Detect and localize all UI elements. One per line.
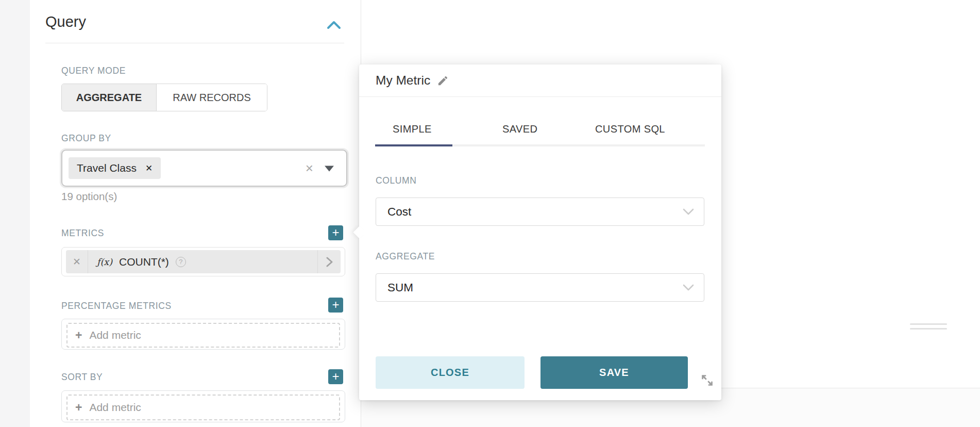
remove-metric-icon[interactable] [66,250,88,273]
left-gutter [0,0,30,427]
collapse-section-button[interactable] [326,19,342,32]
percentage-metrics-label: PERCENTAGE METRICS [61,301,172,311]
pencil-icon [437,75,449,87]
open-metric-editor[interactable] [317,250,341,273]
section-divider [45,43,344,43]
query-mode-toggle: AGGREGATE RAW RECORDS [61,84,267,111]
column-select[interactable]: Cost [376,198,704,226]
metrics-control: ƒ(x) COUNT(*) [61,247,345,276]
edit-title-button[interactable] [437,75,449,87]
plus-icon [75,330,82,341]
percentage-metrics-control: Add metric [61,319,345,350]
query-mode-raw-records-button[interactable]: RAW RECORDS [157,84,267,111]
tab-saved[interactable]: SAVED [502,123,537,135]
column-label: COLUMN [376,175,416,186]
metric-pill-content: ƒ(x) COUNT(*) [88,256,317,268]
tab-custom-sql[interactable]: CUSTOM SQL [595,123,665,135]
query-section-title: Query [45,13,86,30]
function-icon: ƒ(x) [97,257,112,267]
popover-arrow [353,226,365,238]
group-by-select[interactable]: Travel Class [61,150,347,187]
caret-down-icon[interactable] [325,166,334,171]
drag-handle-line [910,328,947,330]
tab-simple[interactable]: SIMPLE [393,123,432,135]
pane-drag-handle[interactable] [910,323,947,330]
metric-editor-popover: My Metric SIMPLE SAVED CUSTOM SQL COLUMN… [359,64,721,400]
chevron-down-icon [682,281,695,294]
add-percentage-metric-ghost[interactable]: Add metric [66,323,340,348]
aggregate-select[interactable]: SUM [376,273,704,302]
sort-by-label: SORT BY [61,372,103,383]
add-metric-placeholder: Add metric [89,401,141,414]
aggregate-label: AGGREGATE [376,251,435,262]
chevron-up-icon [326,19,342,32]
query-mode-label: QUERY MODE [61,65,126,76]
group-by-chip[interactable]: Travel Class [69,157,161,179]
metric-pill[interactable]: ƒ(x) COUNT(*) [66,250,341,273]
help-icon[interactable] [176,257,186,267]
save-button[interactable]: SAVE [540,356,688,389]
active-tab-indicator [375,144,452,146]
explore-view: Query QUERY MODE AGGREGATE RAW RECORDS G… [0,0,980,427]
add-metric-placeholder: Add metric [89,329,141,341]
add-sort-metric-ghost[interactable]: Add metric [66,395,340,420]
chip-remove-icon[interactable] [145,164,153,173]
tab-underline-track [375,144,705,146]
clear-icon[interactable] [306,161,313,175]
resize-popover-handle[interactable] [700,373,714,387]
sort-by-control: Add metric [61,390,345,422]
close-button[interactable]: CLOSE [376,356,525,389]
chevron-down-icon [682,205,695,219]
group-by-label: GROUP BY [61,133,111,144]
add-percentage-metric-button[interactable] [328,298,343,313]
popover-header-divider [359,96,721,97]
group-by-chip-label: Travel Class [77,162,137,174]
add-metric-button[interactable] [328,225,343,240]
metric-name: COUNT(*) [119,256,169,268]
metric-title: My Metric [376,73,430,88]
popover-header: My Metric [376,73,449,88]
query-mode-aggregate-button[interactable]: AGGREGATE [62,84,157,111]
plus-icon [75,402,82,414]
drag-handle-line [910,323,947,325]
group-by-options-count: 19 option(s) [61,190,117,203]
add-sort-button[interactable] [328,369,343,384]
metrics-label: METRICS [61,228,104,239]
chevron-right-icon [326,256,333,268]
column-value: Cost [387,205,411,219]
resize-icon [700,373,714,387]
aggregate-value: SUM [387,281,413,294]
